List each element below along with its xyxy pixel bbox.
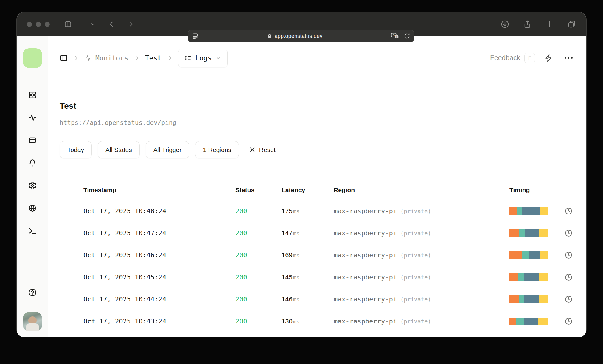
- log-latency: 175ms: [282, 207, 334, 215]
- app-sidebar-toggle-icon[interactable]: [60, 54, 68, 62]
- filter-status[interactable]: All Status: [98, 141, 140, 158]
- log-region: max-raspberry-pi(private): [334, 229, 509, 237]
- column-header-timestamp: Timestamp: [83, 186, 235, 194]
- log-latency: 146ms: [282, 295, 334, 303]
- close-window-button[interactable]: [27, 22, 32, 27]
- table-row[interactable]: Oct 17, 2025 10:44:24 200 146ms max-rasp…: [60, 288, 574, 310]
- list-icon: [184, 55, 192, 62]
- back-icon[interactable]: [108, 21, 115, 28]
- browser-window: app.openstatus.dev A文: [17, 12, 586, 337]
- log-rows: Oct 17, 2025 10:48:24 200 175ms max-rasp…: [60, 200, 574, 332]
- breadcrumb-monitors[interactable]: Monitors: [85, 54, 128, 62]
- share-icon[interactable]: [523, 20, 531, 29]
- log-status-code: 200: [235, 273, 282, 281]
- feedback-button[interactable]: Feedback F: [490, 53, 535, 63]
- address-bar[interactable]: app.openstatus.dev A文: [188, 30, 414, 42]
- dashboard-grid-icon[interactable]: [28, 91, 37, 99]
- settings-gear-icon[interactable]: [28, 181, 37, 190]
- monitor-endpoint-url: https://api.openstatus.dev/ping: [60, 119, 574, 126]
- chevron-down-icon: [215, 55, 221, 61]
- lock-icon: [267, 34, 272, 39]
- log-region: max-raspberry-pi(private): [334, 295, 509, 303]
- timing-bar: [509, 295, 548, 303]
- logs-view-selector[interactable]: Logs: [178, 49, 227, 67]
- breadcrumb: Monitors Test Logs: [60, 49, 228, 67]
- globe-icon[interactable]: [28, 204, 37, 213]
- clock-icon[interactable]: [565, 317, 573, 325]
- browser-toolbar: app.openstatus.dev A文: [17, 12, 586, 36]
- status-page-browser-icon[interactable]: [28, 136, 37, 145]
- browser-sidebar-toggle-icon[interactable]: [64, 20, 72, 28]
- filter-date[interactable]: Today: [60, 141, 92, 158]
- breadcrumb-monitor-name[interactable]: Test: [145, 54, 161, 62]
- address-text: app.openstatus.dev: [275, 33, 323, 39]
- app-header: Monitors Test Logs: [48, 36, 586, 80]
- clock-icon[interactable]: [565, 295, 573, 303]
- log-region: max-raspberry-pi(private): [334, 318, 509, 325]
- translate-icon[interactable]: A文: [391, 32, 400, 40]
- log-latency: 169ms: [282, 251, 334, 259]
- reader-icon[interactable]: [192, 32, 199, 40]
- filter-bar: Today All Status All Trigger 1 Regions R…: [60, 141, 574, 158]
- log-status-code: 200: [235, 207, 282, 215]
- toolbar-separator: [81, 20, 81, 29]
- column-header-status: Status: [235, 186, 282, 194]
- clock-icon[interactable]: [565, 273, 573, 281]
- pulse-icon: [85, 55, 92, 62]
- minimize-window-button[interactable]: [36, 22, 41, 27]
- more-menu-icon[interactable]: [562, 52, 574, 64]
- terminal-icon[interactable]: [28, 226, 37, 235]
- log-latency: 147ms: [282, 229, 334, 237]
- user-avatar[interactable]: [23, 312, 42, 331]
- feedback-shortcut-badge: F: [524, 53, 535, 63]
- help-circle-icon[interactable]: [28, 288, 37, 297]
- workspace-avatar[interactable]: [23, 48, 42, 68]
- chevron-right-icon: [167, 55, 173, 61]
- log-status-code: 200: [235, 251, 282, 259]
- log-status-code: 200: [235, 318, 282, 325]
- timing-bar: [509, 207, 548, 215]
- app-sidebar: [17, 36, 48, 337]
- reload-icon[interactable]: [404, 33, 410, 39]
- log-timestamp: Oct 17, 2025 10:44:24: [83, 295, 235, 303]
- table-row[interactable]: Oct 17, 2025 10:45:24 200 145ms max-rasp…: [60, 266, 574, 288]
- table-row[interactable]: Oct 17, 2025 10:48:24 200 175ms max-rasp…: [60, 200, 574, 222]
- downloads-icon[interactable]: [501, 20, 509, 29]
- log-region: max-raspberry-pi(private): [334, 251, 509, 259]
- table-row[interactable]: Oct 17, 2025 10:47:24 200 147ms max-rasp…: [60, 222, 574, 244]
- log-timestamp: Oct 17, 2025 10:43:24: [83, 318, 235, 325]
- filter-trigger[interactable]: All Trigger: [146, 141, 189, 158]
- svg-text:A: A: [393, 33, 395, 37]
- clock-icon[interactable]: [565, 207, 573, 215]
- log-timestamp: Oct 17, 2025 10:46:24: [83, 251, 235, 259]
- notifications-bell-icon[interactable]: [28, 158, 37, 167]
- log-timestamp: Oct 17, 2025 10:47:24: [83, 229, 235, 237]
- clock-icon[interactable]: [565, 229, 573, 237]
- table-row[interactable]: Oct 17, 2025 10:46:24 200 169ms max-rasp…: [60, 244, 574, 266]
- column-header-region: Region: [334, 186, 509, 194]
- zap-icon[interactable]: [543, 52, 555, 64]
- traffic-lights: [27, 22, 50, 27]
- new-tab-icon[interactable]: [545, 20, 554, 28]
- log-latency: 145ms: [282, 273, 334, 281]
- monitors-pulse-icon[interactable]: [28, 113, 37, 122]
- table-row[interactable]: Oct 17, 2025 10:43:24 200 130ms max-rasp…: [60, 310, 574, 332]
- reset-filters-button[interactable]: Reset: [249, 146, 276, 153]
- filter-regions[interactable]: 1 Regions: [195, 141, 239, 158]
- log-timestamp: Oct 17, 2025 10:45:24: [83, 273, 235, 281]
- table-header: Timestamp Status Latency Region Timing: [60, 180, 574, 200]
- zoom-window-button[interactable]: [45, 22, 50, 27]
- sidebar-chevron-down-icon[interactable]: [90, 21, 95, 27]
- forward-icon[interactable]: [128, 21, 135, 28]
- log-region: max-raspberry-pi(private): [334, 273, 509, 281]
- log-timestamp: Oct 17, 2025 10:48:24: [83, 207, 235, 215]
- timing-bar: [509, 318, 548, 325]
- log-status-code: 200: [235, 295, 282, 303]
- clock-icon[interactable]: [565, 251, 573, 259]
- chevron-right-icon: [73, 55, 79, 61]
- svg-text:文: 文: [396, 35, 398, 38]
- tabs-overview-icon[interactable]: [567, 20, 576, 29]
- logs-page: Test https://api.openstatus.dev/ping Tod…: [48, 80, 586, 337]
- log-region: max-raspberry-pi(private): [334, 207, 509, 215]
- column-header-latency: Latency: [282, 186, 334, 194]
